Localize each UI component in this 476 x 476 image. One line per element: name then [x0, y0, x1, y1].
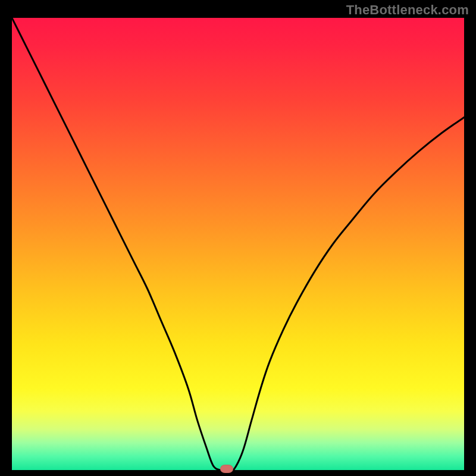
- plot-area: [12, 18, 464, 470]
- chart-frame: TheBottleneck.com: [0, 0, 476, 476]
- bottleneck-curve: [12, 18, 464, 470]
- watermark-text: TheBottleneck.com: [346, 2, 469, 18]
- curve-path: [12, 18, 464, 470]
- optimal-point-marker: [220, 465, 233, 473]
